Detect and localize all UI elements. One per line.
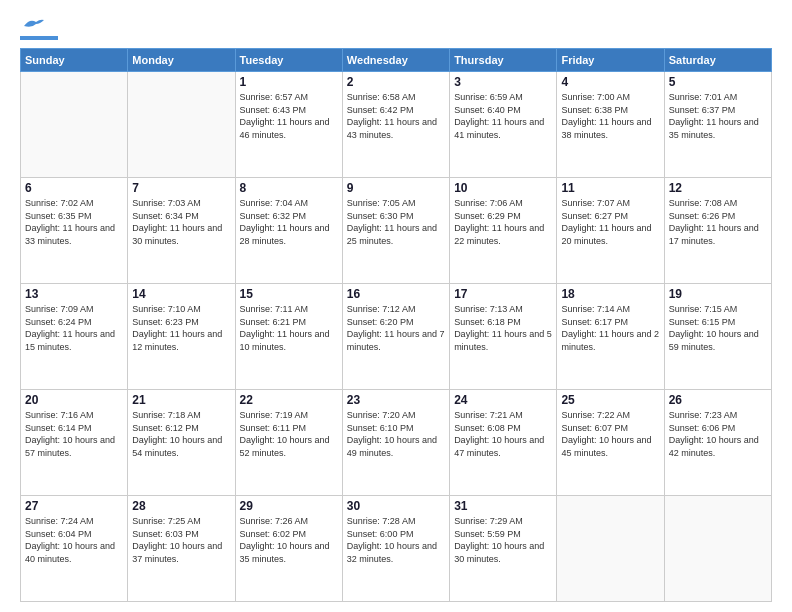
day-number: 16 [347,287,445,301]
day-cell: 20Sunrise: 7:16 AM Sunset: 6:14 PM Dayli… [21,390,128,496]
day-info: Sunrise: 7:25 AM Sunset: 6:03 PM Dayligh… [132,515,230,565]
logo-underline [20,36,58,40]
day-cell: 1Sunrise: 6:57 AM Sunset: 6:43 PM Daylig… [235,72,342,178]
day-number: 21 [132,393,230,407]
day-cell: 4Sunrise: 7:00 AM Sunset: 6:38 PM Daylig… [557,72,664,178]
day-cell: 16Sunrise: 7:12 AM Sunset: 6:20 PM Dayli… [342,284,449,390]
day-cell: 3Sunrise: 6:59 AM Sunset: 6:40 PM Daylig… [450,72,557,178]
logo-block [20,16,58,40]
day-number: 29 [240,499,338,513]
day-cell: 25Sunrise: 7:22 AM Sunset: 6:07 PM Dayli… [557,390,664,496]
day-cell: 8Sunrise: 7:04 AM Sunset: 6:32 PM Daylig… [235,178,342,284]
day-cell: 2Sunrise: 6:58 AM Sunset: 6:42 PM Daylig… [342,72,449,178]
day-number: 22 [240,393,338,407]
day-info: Sunrise: 7:21 AM Sunset: 6:08 PM Dayligh… [454,409,552,459]
day-info: Sunrise: 7:24 AM Sunset: 6:04 PM Dayligh… [25,515,123,565]
day-number: 5 [669,75,767,89]
day-cell: 31Sunrise: 7:29 AM Sunset: 5:59 PM Dayli… [450,496,557,602]
day-number: 20 [25,393,123,407]
day-cell: 15Sunrise: 7:11 AM Sunset: 6:21 PM Dayli… [235,284,342,390]
day-number: 1 [240,75,338,89]
day-number: 25 [561,393,659,407]
day-cell: 21Sunrise: 7:18 AM Sunset: 6:12 PM Dayli… [128,390,235,496]
day-cell: 6Sunrise: 7:02 AM Sunset: 6:35 PM Daylig… [21,178,128,284]
day-cell: 29Sunrise: 7:26 AM Sunset: 6:02 PM Dayli… [235,496,342,602]
day-number: 17 [454,287,552,301]
day-info: Sunrise: 7:11 AM Sunset: 6:21 PM Dayligh… [240,303,338,353]
day-info: Sunrise: 7:19 AM Sunset: 6:11 PM Dayligh… [240,409,338,459]
day-number: 27 [25,499,123,513]
day-number: 13 [25,287,123,301]
day-info: Sunrise: 7:09 AM Sunset: 6:24 PM Dayligh… [25,303,123,353]
day-info: Sunrise: 7:26 AM Sunset: 6:02 PM Dayligh… [240,515,338,565]
day-cell: 14Sunrise: 7:10 AM Sunset: 6:23 PM Dayli… [128,284,235,390]
day-cell: 23Sunrise: 7:20 AM Sunset: 6:10 PM Dayli… [342,390,449,496]
day-cell: 27Sunrise: 7:24 AM Sunset: 6:04 PM Dayli… [21,496,128,602]
day-cell: 26Sunrise: 7:23 AM Sunset: 6:06 PM Dayli… [664,390,771,496]
weekday-saturday: Saturday [664,49,771,72]
day-cell: 7Sunrise: 7:03 AM Sunset: 6:34 PM Daylig… [128,178,235,284]
day-info: Sunrise: 7:16 AM Sunset: 6:14 PM Dayligh… [25,409,123,459]
day-number: 7 [132,181,230,195]
day-cell [21,72,128,178]
day-number: 15 [240,287,338,301]
weekday-thursday: Thursday [450,49,557,72]
day-cell: 12Sunrise: 7:08 AM Sunset: 6:26 PM Dayli… [664,178,771,284]
day-number: 11 [561,181,659,195]
day-number: 26 [669,393,767,407]
day-cell [128,72,235,178]
logo-bird-icon [22,18,44,34]
day-cell: 18Sunrise: 7:14 AM Sunset: 6:17 PM Dayli… [557,284,664,390]
day-cell: 5Sunrise: 7:01 AM Sunset: 6:37 PM Daylig… [664,72,771,178]
day-cell: 10Sunrise: 7:06 AM Sunset: 6:29 PM Dayli… [450,178,557,284]
weekday-monday: Monday [128,49,235,72]
day-cell: 30Sunrise: 7:28 AM Sunset: 6:00 PM Dayli… [342,496,449,602]
day-number: 8 [240,181,338,195]
day-number: 18 [561,287,659,301]
day-info: Sunrise: 7:05 AM Sunset: 6:30 PM Dayligh… [347,197,445,247]
header [20,16,772,40]
day-cell: 11Sunrise: 7:07 AM Sunset: 6:27 PM Dayli… [557,178,664,284]
week-row-4: 20Sunrise: 7:16 AM Sunset: 6:14 PM Dayli… [21,390,772,496]
week-row-3: 13Sunrise: 7:09 AM Sunset: 6:24 PM Dayli… [21,284,772,390]
day-info: Sunrise: 7:08 AM Sunset: 6:26 PM Dayligh… [669,197,767,247]
day-info: Sunrise: 7:22 AM Sunset: 6:07 PM Dayligh… [561,409,659,459]
day-info: Sunrise: 7:00 AM Sunset: 6:38 PM Dayligh… [561,91,659,141]
weekday-sunday: Sunday [21,49,128,72]
calendar-table: SundayMondayTuesdayWednesdayThursdayFrid… [20,48,772,602]
weekday-header-row: SundayMondayTuesdayWednesdayThursdayFrid… [21,49,772,72]
day-info: Sunrise: 7:14 AM Sunset: 6:17 PM Dayligh… [561,303,659,353]
day-number: 14 [132,287,230,301]
day-info: Sunrise: 6:57 AM Sunset: 6:43 PM Dayligh… [240,91,338,141]
day-info: Sunrise: 7:28 AM Sunset: 6:00 PM Dayligh… [347,515,445,565]
day-number: 19 [669,287,767,301]
day-info: Sunrise: 7:20 AM Sunset: 6:10 PM Dayligh… [347,409,445,459]
weekday-friday: Friday [557,49,664,72]
day-info: Sunrise: 7:15 AM Sunset: 6:15 PM Dayligh… [669,303,767,353]
day-cell: 13Sunrise: 7:09 AM Sunset: 6:24 PM Dayli… [21,284,128,390]
day-cell: 28Sunrise: 7:25 AM Sunset: 6:03 PM Dayli… [128,496,235,602]
day-info: Sunrise: 6:58 AM Sunset: 6:42 PM Dayligh… [347,91,445,141]
day-number: 6 [25,181,123,195]
day-info: Sunrise: 7:04 AM Sunset: 6:32 PM Dayligh… [240,197,338,247]
day-cell [557,496,664,602]
day-number: 4 [561,75,659,89]
weekday-tuesday: Tuesday [235,49,342,72]
day-info: Sunrise: 7:07 AM Sunset: 6:27 PM Dayligh… [561,197,659,247]
day-info: Sunrise: 7:01 AM Sunset: 6:37 PM Dayligh… [669,91,767,141]
day-info: Sunrise: 7:06 AM Sunset: 6:29 PM Dayligh… [454,197,552,247]
day-cell: 19Sunrise: 7:15 AM Sunset: 6:15 PM Dayli… [664,284,771,390]
day-number: 23 [347,393,445,407]
week-row-2: 6Sunrise: 7:02 AM Sunset: 6:35 PM Daylig… [21,178,772,284]
logo [20,16,58,40]
day-info: Sunrise: 7:13 AM Sunset: 6:18 PM Dayligh… [454,303,552,353]
week-row-1: 1Sunrise: 6:57 AM Sunset: 6:43 PM Daylig… [21,72,772,178]
day-info: Sunrise: 7:10 AM Sunset: 6:23 PM Dayligh… [132,303,230,353]
day-info: Sunrise: 7:23 AM Sunset: 6:06 PM Dayligh… [669,409,767,459]
day-cell: 9Sunrise: 7:05 AM Sunset: 6:30 PM Daylig… [342,178,449,284]
day-number: 3 [454,75,552,89]
day-number: 2 [347,75,445,89]
day-info: Sunrise: 7:03 AM Sunset: 6:34 PM Dayligh… [132,197,230,247]
day-number: 12 [669,181,767,195]
day-number: 24 [454,393,552,407]
